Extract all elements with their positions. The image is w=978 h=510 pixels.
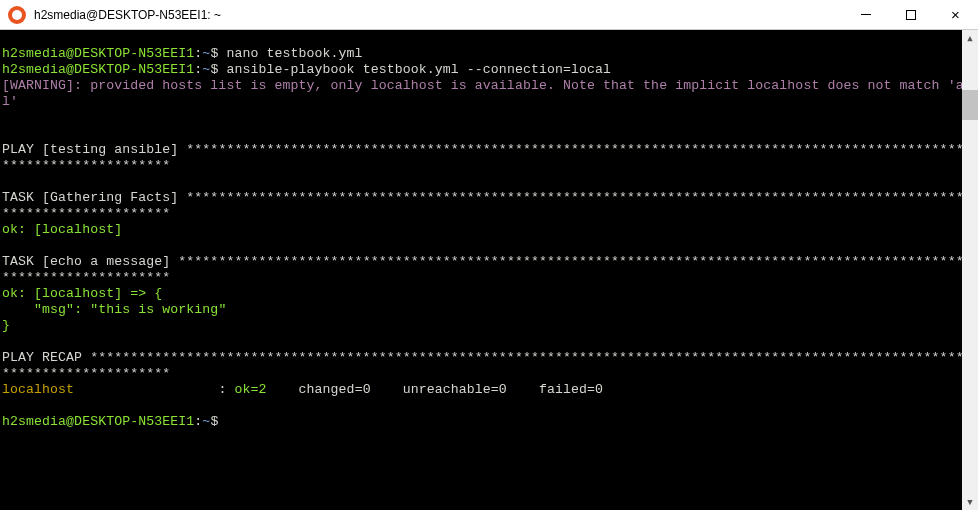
task-echo-label: TASK [echo a message] [2,254,178,269]
recap-host: localhost [2,382,74,397]
prompt-user-host: h2smedia@DESKTOP-N53EEI1 [2,414,194,429]
window-title: h2smedia@DESKTOP-N53EEI1: ~ [34,8,843,22]
window-titlebar: h2smedia@DESKTOP-N53EEI1: ~ × [0,0,978,30]
command-2: ansible-playbook testbook.yml --connecti… [218,62,611,77]
recap-host-pad [74,382,218,397]
ubuntu-icon [8,6,26,24]
terminal-output[interactable]: h2smedia@DESKTOP-N53EEI1:~$ nano testboo… [0,30,978,510]
minimize-button[interactable] [843,0,888,30]
command-1: nano testbook.yml [218,46,362,61]
task-gather-ok: ok: [localhost] [2,222,122,237]
recap-sep: : [218,382,234,397]
warning-line: [WARNING]: provided hosts list is empty,… [2,78,972,109]
recap-stars: ****************************************… [2,350,972,381]
close-button[interactable]: × [933,0,978,30]
scrollbar-track[interactable]: ▲ ▼ [962,30,978,510]
task-gather-label: TASK [Gathering Facts] [2,190,186,205]
recap-changed: changed=0 unreachable=0 failed=0 [291,382,604,397]
scrollbar-thumb[interactable] [962,90,978,120]
recap-label: PLAY RECAP [2,350,90,365]
window-controls: × [843,0,978,30]
prompt-user-host: h2smedia@DESKTOP-N53EEI1 [2,46,194,61]
scroll-down-arrow[interactable]: ▼ [962,494,978,510]
maximize-button[interactable] [888,0,933,30]
recap-ok: ok=2 [234,382,290,397]
task-echo-ok-open: ok: [localhost] => { [2,286,162,301]
play-label: PLAY [testing ansible] [2,142,186,157]
task-echo-msg: "msg": "this is working" [2,302,226,317]
prompt-dollar: $ [210,414,218,429]
task-echo-close: } [2,318,10,333]
prompt-user-host: h2smedia@DESKTOP-N53EEI1 [2,62,194,77]
scroll-up-arrow[interactable]: ▲ [962,30,978,46]
